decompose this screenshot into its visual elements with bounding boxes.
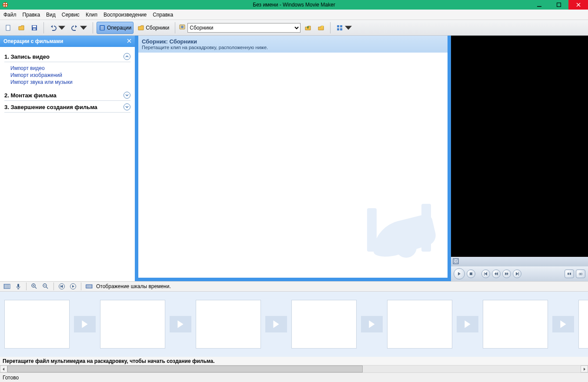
menu-help[interactable]: Справка bbox=[153, 12, 173, 18]
zoom-in-button[interactable] bbox=[30, 282, 39, 291]
status-bar: Готово bbox=[0, 372, 588, 382]
task-section-finish[interactable]: 3. Завершение создания фильма bbox=[4, 101, 130, 113]
view-mode-button[interactable] bbox=[334, 22, 354, 34]
window-title: Без имени - Windows Movie Maker bbox=[253, 2, 335, 8]
task-section-capture[interactable]: 1. Запись видео bbox=[4, 50, 130, 62]
timeline-view-icon[interactable] bbox=[3, 282, 11, 291]
toggle-timeline-icon[interactable] bbox=[85, 282, 94, 291]
svg-rect-2 bbox=[557, 3, 561, 7]
svg-point-0 bbox=[3, 2, 8, 7]
next-frame-button[interactable] bbox=[502, 269, 511, 278]
storyboard-slot[interactable] bbox=[578, 300, 588, 349]
menu-play[interactable]: Воспроизведение bbox=[104, 12, 147, 18]
film-reel-art bbox=[356, 191, 443, 278]
svg-rect-6 bbox=[33, 28, 36, 30]
storyboard-slot[interactable] bbox=[483, 300, 548, 349]
menu-clip[interactable]: Клип bbox=[86, 12, 97, 18]
task-section-edit[interactable]: 2. Монтаж фильма bbox=[4, 89, 130, 101]
zoom-out-button[interactable] bbox=[41, 282, 50, 291]
storyboard-slot[interactable] bbox=[4, 300, 70, 349]
storyboard-slot[interactable] bbox=[387, 300, 452, 349]
up-level-button[interactable] bbox=[302, 22, 314, 34]
task-pane-header: Операции с фильмами bbox=[0, 36, 135, 47]
maximize-button[interactable] bbox=[549, 0, 568, 10]
task-pane-close-button[interactable] bbox=[127, 38, 131, 44]
storyboard-transition[interactable] bbox=[70, 300, 100, 349]
storyboard-slot[interactable] bbox=[196, 300, 261, 349]
collection-heading: Сборник: Сборники bbox=[142, 38, 444, 45]
storyboard[interactable] bbox=[0, 292, 588, 357]
rewind-button[interactable] bbox=[57, 282, 66, 291]
play-button[interactable] bbox=[454, 268, 465, 279]
collection-pane: Сборник: Сборники Перетащите клип на рас… bbox=[135, 36, 451, 281]
svg-rect-15 bbox=[421, 204, 431, 252]
svg-rect-20 bbox=[570, 273, 571, 275]
redo-button[interactable] bbox=[69, 22, 89, 34]
svg-rect-1 bbox=[537, 6, 541, 7]
new-project-button[interactable] bbox=[3, 22, 14, 34]
window-controls bbox=[529, 0, 588, 10]
prev-frame-button[interactable] bbox=[492, 269, 501, 278]
tasks-toggle-label: Операции bbox=[107, 25, 131, 31]
menu-tools[interactable]: Сервис bbox=[62, 12, 80, 18]
task-pane: Операции с фильмами 1. Запись видео Импо… bbox=[0, 36, 135, 281]
preview-video-area bbox=[451, 36, 588, 257]
new-folder-button[interactable] bbox=[315, 22, 327, 34]
collection-body[interactable] bbox=[138, 53, 448, 278]
preview-controls bbox=[451, 266, 588, 281]
scroll-track[interactable] bbox=[7, 365, 581, 372]
task-section-finish-title: 3. Завершение создания фильма bbox=[4, 104, 97, 110]
chevron-up-icon bbox=[124, 53, 130, 60]
collections-toggle-label: Сборники bbox=[146, 25, 169, 31]
preview-seek-bar[interactable] bbox=[451, 257, 588, 266]
svg-rect-13 bbox=[340, 28, 342, 30]
storyboard-slot[interactable] bbox=[291, 300, 357, 349]
svg-rect-17 bbox=[453, 259, 458, 264]
collection-location-icon bbox=[179, 23, 186, 32]
storyboard-hint: Перетащите файл мультимедиа на раскадров… bbox=[0, 357, 588, 365]
open-project-button[interactable] bbox=[16, 22, 27, 34]
minimize-button[interactable] bbox=[529, 0, 549, 10]
menu-view[interactable]: Вид bbox=[46, 12, 56, 18]
stop-button[interactable] bbox=[467, 269, 475, 278]
narrate-button[interactable] bbox=[14, 282, 23, 291]
storyboard-slot[interactable] bbox=[100, 300, 165, 349]
svg-point-22 bbox=[580, 273, 581, 274]
scroll-thumb[interactable] bbox=[7, 365, 363, 372]
storyboard-transition[interactable] bbox=[165, 300, 196, 349]
link-import-audio[interactable]: Импорт звука или музыки bbox=[10, 79, 130, 86]
storyboard-scrollbar[interactable] bbox=[0, 365, 588, 372]
svg-point-9 bbox=[181, 26, 184, 28]
collections-toggle-button[interactable]: Сборники bbox=[135, 22, 171, 34]
prev-clip-button[interactable] bbox=[481, 269, 490, 278]
svg-rect-12 bbox=[337, 28, 339, 30]
storyboard-transition[interactable] bbox=[548, 300, 578, 349]
split-clip-button[interactable] bbox=[565, 269, 574, 278]
collection-header: Сборник: Сборники Перетащите клип на рас… bbox=[138, 36, 448, 53]
task-section-edit-title: 2. Монтаж фильма bbox=[4, 92, 57, 99]
save-project-button[interactable] bbox=[29, 22, 40, 34]
play-timeline-button[interactable] bbox=[69, 282, 77, 291]
tasks-toggle-button[interactable]: Операции bbox=[97, 22, 134, 34]
toggle-timeline-label[interactable]: Отображение шкалы времени. bbox=[96, 283, 171, 289]
undo-button[interactable] bbox=[47, 22, 67, 34]
link-import-images[interactable]: Импорт изображений bbox=[10, 72, 130, 79]
link-import-video[interactable]: Импорт видео bbox=[10, 65, 130, 72]
close-button[interactable] bbox=[568, 0, 588, 10]
menu-edit[interactable]: Правка bbox=[23, 12, 40, 18]
menu-file[interactable]: Файл bbox=[3, 12, 17, 18]
svg-rect-19 bbox=[568, 273, 569, 275]
task-pane-title: Операции с фильмами bbox=[3, 38, 63, 44]
svg-rect-24 bbox=[17, 284, 19, 287]
storyboard-transition[interactable] bbox=[357, 300, 387, 349]
svg-rect-5 bbox=[33, 26, 36, 27]
fullscreen-icon[interactable] bbox=[453, 258, 459, 266]
scroll-left-button[interactable] bbox=[0, 365, 7, 372]
take-picture-button[interactable] bbox=[576, 269, 585, 278]
collection-select[interactable]: Сборники bbox=[187, 23, 301, 33]
scroll-right-button[interactable] bbox=[581, 365, 588, 372]
next-clip-button[interactable] bbox=[513, 269, 521, 278]
storyboard-transition[interactable] bbox=[261, 300, 291, 349]
storyboard-transition[interactable] bbox=[452, 300, 483, 349]
chevron-down-icon bbox=[124, 92, 130, 99]
